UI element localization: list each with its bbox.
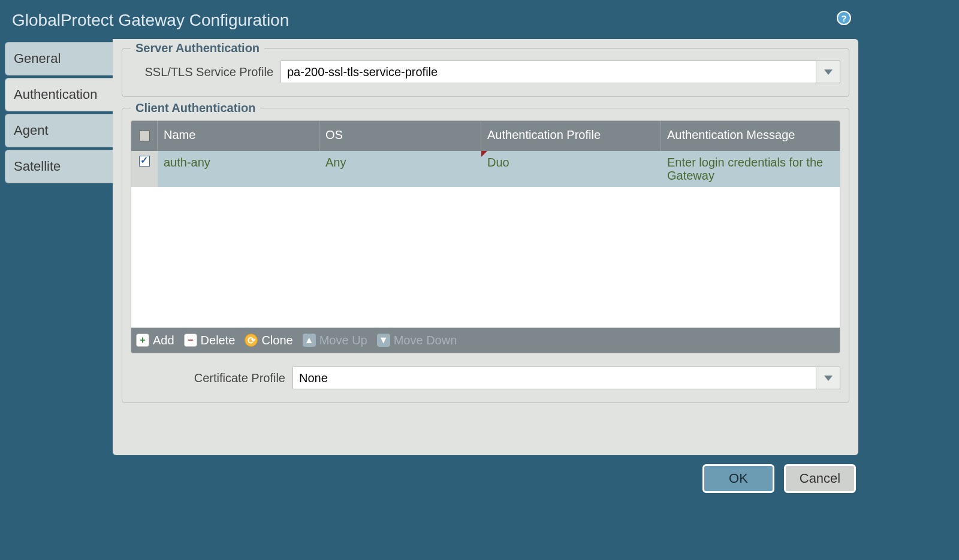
- dialog-button-row: OK Cancel: [702, 464, 856, 493]
- dropdown-arrow-icon[interactable]: [816, 367, 840, 389]
- fieldset-client-authentication: Client Authentication Name OS Authentica…: [122, 108, 849, 403]
- col-header-name[interactable]: Name: [158, 121, 319, 151]
- fieldset-server-authentication: Server Authentication SSL/TLS Service Pr…: [122, 48, 849, 97]
- button-label: OK: [729, 471, 748, 486]
- tab-label: Agent: [14, 123, 49, 138]
- header-checkbox-cell[interactable]: [131, 121, 158, 151]
- row-certificate-profile: Certificate Profile: [131, 367, 840, 389]
- clone-icon: ⟳: [245, 334, 258, 347]
- clone-button[interactable]: ⟳ Clone: [245, 334, 292, 347]
- override-indicator-icon: [481, 151, 487, 157]
- arrow-up-icon: ▲: [303, 334, 316, 347]
- dropdown-arrow-icon[interactable]: [816, 60, 840, 83]
- panel-authentication: Server Authentication SSL/TLS Service Pr…: [113, 39, 858, 455]
- tab-general[interactable]: General: [5, 42, 113, 75]
- col-header-os[interactable]: OS: [319, 121, 481, 151]
- button-label: Delete: [201, 334, 236, 347]
- help-icon[interactable]: ?: [837, 11, 851, 25]
- table-toolbar: + Add − Delete ⟳ Clone ▲: [131, 328, 840, 353]
- button-label: Move Down: [394, 334, 457, 347]
- move-up-button: ▲ Move Up: [303, 334, 367, 347]
- input-ssl-tls-profile[interactable]: [281, 60, 816, 83]
- minus-icon: −: [184, 334, 197, 347]
- button-label: Clone: [261, 334, 292, 347]
- combo-certificate-profile[interactable]: [292, 367, 840, 389]
- label-certificate-profile: Certificate Profile: [131, 371, 292, 385]
- tab-satellite[interactable]: Satellite: [5, 150, 113, 183]
- cell-name: auth-any: [158, 151, 319, 187]
- checkbox-icon: [139, 131, 150, 141]
- tab-label: Satellite: [14, 159, 61, 174]
- cell-os: Any: [319, 151, 481, 187]
- row-checkbox-cell[interactable]: [131, 151, 158, 187]
- button-label: Add: [153, 334, 174, 347]
- table-body: auth-any Any Duo Enter login credentials…: [131, 151, 840, 328]
- col-header-auth-profile[interactable]: Authentication Profile: [481, 121, 661, 151]
- dialog-title: GlobalProtect Gateway Configuration: [12, 11, 289, 30]
- button-label: Move Up: [319, 334, 367, 347]
- tab-label: Authentication: [14, 87, 97, 102]
- table-header: Name OS Authentication Profile Authentic…: [131, 121, 840, 151]
- title-bar: GlobalProtect Gateway Configuration ?: [0, 0, 863, 39]
- row-ssl-tls-profile: SSL/TLS Service Profile: [131, 60, 840, 83]
- fieldset-legend: Client Authentication: [131, 101, 260, 115]
- fieldset-legend: Server Authentication: [131, 41, 264, 55]
- tab-label: General: [14, 51, 61, 66]
- move-down-button: ▼ Move Down: [377, 334, 457, 347]
- col-header-auth-message[interactable]: Authentication Message: [661, 121, 840, 151]
- tab-authentication[interactable]: Authentication: [5, 78, 113, 111]
- add-button[interactable]: + Add: [136, 334, 174, 347]
- input-certificate-profile[interactable]: [292, 367, 816, 389]
- table-client-authentication: Name OS Authentication Profile Authentic…: [131, 120, 840, 353]
- delete-button[interactable]: − Delete: [184, 334, 236, 347]
- cell-auth-profile: Duo: [481, 151, 661, 187]
- cell-auth-profile-text: Duo: [487, 156, 509, 169]
- label-ssl-tls-profile: SSL/TLS Service Profile: [131, 65, 281, 79]
- cancel-button[interactable]: Cancel: [784, 464, 856, 493]
- tab-strip: General Authentication Agent Satellite: [5, 39, 113, 455]
- table-row[interactable]: auth-any Any Duo Enter login credentials…: [131, 151, 840, 187]
- dialog-globalprotect-gateway-config: GlobalProtect Gateway Configuration ? Ge…: [0, 0, 863, 500]
- tab-agent[interactable]: Agent: [5, 114, 113, 147]
- button-label: Cancel: [800, 471, 840, 486]
- plus-icon: +: [136, 334, 149, 347]
- combo-ssl-tls-profile[interactable]: [281, 60, 840, 83]
- dialog-body: General Authentication Agent Satellite S…: [5, 39, 858, 455]
- ok-button[interactable]: OK: [702, 464, 774, 493]
- checkbox-checked-icon: [139, 156, 150, 167]
- cell-auth-message: Enter login credentials for the Gateway: [661, 151, 840, 187]
- arrow-down-icon: ▼: [377, 334, 390, 347]
